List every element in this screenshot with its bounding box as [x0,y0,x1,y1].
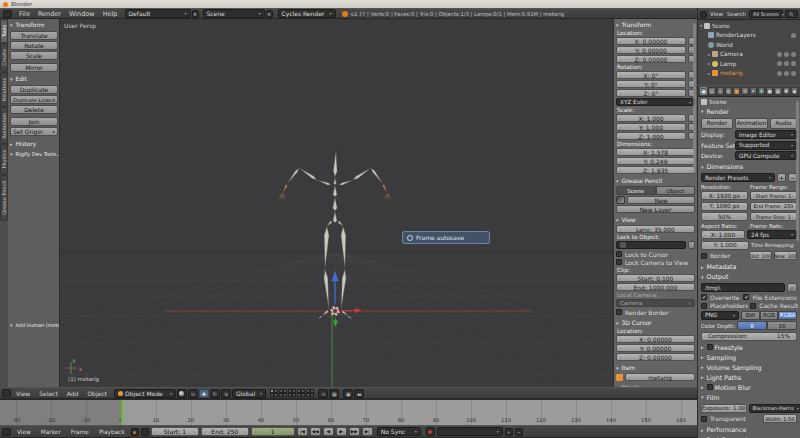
lock-to-cursor-checkbox[interactable]: Lock to Cursor [616,250,695,258]
panel-metadata[interactable]: Metadata [701,262,797,272]
outliner-search-input[interactable] [785,10,798,18]
gp-object-tab[interactable]: Object [656,186,696,195]
panel-dimensions[interactable]: Dimensions [701,162,797,172]
lock-camera-checkbox[interactable]: Lock Camera to View [616,258,695,266]
res-x-field[interactable]: X: 1920 px [701,191,748,200]
bone[interactable] [341,269,346,310]
output-path-field[interactable]: /tmp\ [701,283,785,292]
frame-end-field[interactable]: End: 250 [201,427,249,436]
set-origin-dropdown[interactable]: Set Origin▸ [10,127,58,136]
pivot-select[interactable]: ⊙ [188,389,198,398]
audio-button[interactable]: Audio [770,118,797,129]
aspect-x-field[interactable]: X: 1.000 [701,230,745,239]
bone-orange[interactable] [284,194,285,202]
render-engine-select[interactable]: Cycles Render▾ [278,9,336,18]
rgb-button[interactable]: RGB [760,311,779,320]
bone[interactable] [299,168,317,180]
panel-output[interactable]: Output [701,272,797,282]
lock-time-toggle[interactable] [141,428,149,436]
opengl-render-anim-button[interactable]: ▬ [354,389,364,398]
scale-x-field[interactable]: X: 1.000 [616,114,686,122]
play-button[interactable]: ▶ [336,427,347,436]
panel-freestyle[interactable]: Freestyle [701,342,797,352]
tab-modifiers[interactable]: ✦ [750,87,757,95]
layers-widget[interactable] [270,389,315,397]
editor-type-outliner-icon[interactable] [700,11,707,18]
menu-tl-view[interactable]: View [17,429,31,435]
panel-view[interactable]: View [616,215,695,224]
editor-type-icon[interactable] [3,10,12,18]
menu-file[interactable]: File [19,10,30,18]
panel-add-human-metarig[interactable]: Add Human (metarig) [10,320,58,330]
tab-render-layers[interactable]: ▤ [708,87,715,95]
frame-end-prop-field[interactable]: End Frame: 250 [750,202,797,211]
panel-sampling[interactable]: Sampling [701,352,797,362]
menu-ol-view[interactable]: View [710,11,723,17]
cache-result-checkbox[interactable]: Cache Result [750,302,798,309]
dim-y-field[interactable]: Y: 0.249 [616,157,695,165]
menu-view3d-add[interactable]: Add [67,390,79,397]
scale-z-field[interactable]: Z: 1.000 [616,132,686,140]
panel-volume-sampling[interactable]: Volume Sampling [701,362,797,372]
bone-orange[interactable] [385,194,386,202]
bone[interactable] [324,269,329,310]
tab-physics[interactable]: ◆ [791,87,798,95]
bone[interactable] [333,211,337,223]
aspect-y-field[interactable]: Y: 1.000 [701,241,749,250]
res-y-field[interactable]: Y: 1080 px [701,202,748,211]
bone[interactable] [327,221,332,226]
menu-help[interactable]: Help [103,10,118,18]
editor-type-timeline-icon[interactable] [2,428,11,436]
menu-render[interactable]: Render [38,10,61,18]
gp-color-swatch[interactable] [616,196,625,204]
bone[interactable] [287,168,299,184]
bone-orange[interactable] [383,184,387,193]
editor-type-3d-icon[interactable] [2,389,11,397]
panel-edit[interactable]: Edit [10,74,58,84]
remap-old-field[interactable]: Old: 100 [749,251,772,260]
cursor-x-field[interactable]: X: 0.00000 [616,335,695,343]
timeline-current-frame-line[interactable] [121,400,123,425]
shelf-tab-tools[interactable]: Tools [0,19,8,43]
bone[interactable] [333,150,337,177]
menu-view3d-object[interactable]: Object [87,390,107,397]
panel-motion-blur[interactable]: Motion Blur [701,382,797,392]
clip-end-field[interactable]: End: 1000.000 [616,283,695,291]
viewport-overlay-tooltip[interactable]: Frame autosave [402,231,490,244]
filter-type-select[interactable]: Blackman-Harris▾ [749,404,800,413]
overwrite-checkbox[interactable]: Overwrite [701,294,741,301]
jump-to-end-button[interactable]: ▶| [362,427,373,436]
menu-ol-search[interactable]: Search [727,11,746,17]
exposure-field[interactable]: Exposure: 1.00 [701,404,747,413]
gp-new-layer-button[interactable]: New Layer [616,205,695,213]
next-keyframe-button[interactable]: ▶▶ [349,427,360,436]
rot-z-field[interactable]: Z: 0° [616,89,686,97]
loc-x-field[interactable]: X: 0.00000 [616,37,686,45]
keying-set-select[interactable]: ▾ [437,427,503,436]
preset-add-button[interactable]: + [777,173,786,182]
eyedropper-icon[interactable] [688,241,695,249]
tab-constraints[interactable]: ⚙ [741,87,748,95]
menu-tl-marker[interactable]: Marker [41,429,61,435]
object-name-field[interactable]: metarig [625,373,695,381]
screen-layout-close[interactable]: ✕ [192,10,199,18]
use-preview-range-toggle[interactable] [131,428,139,436]
clip-start-field[interactable]: Start: 0.100 [616,274,695,282]
bone[interactable] [333,197,338,211]
panel-3d-cursor[interactable]: 3D Cursor [616,318,695,327]
lens-field[interactable]: Lens: 35.000 [616,225,695,233]
tab-render[interactable]: ▣ [700,87,707,95]
duplicate-linked-button[interactable]: Duplicate Linked [10,95,58,104]
bone[interactable] [338,221,343,226]
device-select[interactable]: GPU Compute▾ [735,151,797,160]
outliner-row-world[interactable]: World [700,40,798,50]
bone[interactable] [317,180,331,185]
outliner-scope-select[interactable]: All Scenes▾ [749,10,783,18]
duplicate-button[interactable]: Duplicate [10,85,58,94]
manipulator-rotate-toggle[interactable]: ↻ [210,389,220,398]
bone[interactable] [348,316,352,319]
loc-z-field[interactable]: Z: 0.00000 [616,55,686,63]
shelf-tab-physics[interactable]: Physics [0,144,8,175]
current-frame-field[interactable]: 1 [251,427,295,436]
jump-to-start-button[interactable]: |◀ [297,427,308,436]
